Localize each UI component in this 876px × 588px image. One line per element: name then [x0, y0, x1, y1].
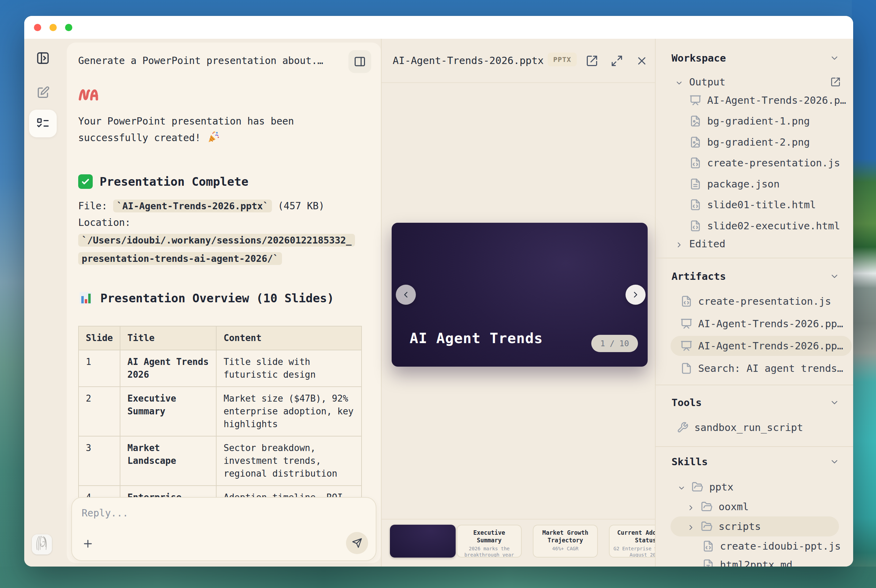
wallpaper-bottom — [0, 567, 876, 588]
output-file-item[interactable]: bg-gradient-2.png — [690, 132, 810, 152]
skill-folder-scripts-selected[interactable]: scripts — [670, 516, 839, 537]
file-name: package.json — [707, 178, 780, 190]
artifact-item-selected[interactable]: AI-Agent-Trends-2026.pp… — [670, 336, 852, 356]
open-output-folder-button[interactable] — [830, 77, 841, 87]
sidebar-toggle-button[interactable] — [29, 44, 57, 72]
skill-file-item[interactable]: html2pptx.md — [702, 555, 793, 567]
file-name: bg-gradient-2.png — [707, 136, 810, 148]
tool-name: sandbox_run_script — [694, 422, 803, 434]
edited-label: Edited — [689, 238, 726, 250]
tasks-icon — [36, 117, 50, 130]
skill-folder-ooxml[interactable]: ooxml — [687, 496, 748, 517]
output-file-item[interactable]: bg-gradient-1.png — [690, 111, 810, 131]
artifact-item[interactable]: AI-Agent-Trends-2026.pp… — [681, 314, 843, 334]
code-file-icon — [690, 220, 701, 232]
artifacts-section-header[interactable]: Artifacts — [672, 267, 839, 286]
location-label: Location: — [78, 217, 131, 228]
artifact-name: Search: AI agent trends… — [698, 363, 843, 374]
table-header-row: Slide Title Content — [78, 326, 362, 350]
chevron-down-icon — [830, 398, 839, 408]
chevron-down-icon — [677, 483, 686, 491]
output-file-item[interactable]: slide01-title.html — [690, 195, 816, 215]
table-row: 3 Market Landscape Sector breakdown, inv… — [78, 436, 362, 486]
thumbnail-subtitle: G2 Enterprise Survey – August 2025 — [612, 546, 655, 558]
chevron-down-icon — [830, 53, 839, 63]
location-path-line1: `/Users/idoubi/.workany/sessions/2026012… — [78, 234, 355, 247]
skill-folder-pptx[interactable]: pptx — [677, 477, 734, 497]
folder-icon — [701, 501, 713, 513]
skills-section-header[interactable]: Skills — [672, 452, 839, 471]
next-slide-button[interactable] — [626, 285, 646, 305]
open-external-button[interactable] — [586, 55, 599, 68]
file-code-span: `AI-Agent-Trends-2026.pptx` — [113, 200, 272, 212]
folder-icon — [692, 481, 704, 493]
tasks-button[interactable] — [29, 110, 57, 137]
zoom-window-button[interactable] — [65, 24, 72, 31]
thumbnail-title: Market Growth Trajectory — [536, 529, 594, 544]
chevron-down-icon — [830, 457, 839, 466]
output-file-item[interactable]: AI-Agent-Trends-2026.p… — [690, 90, 846, 110]
output-label: Output — [689, 76, 726, 88]
output-section-row[interactable]: Output — [675, 72, 841, 92]
reply-input[interactable]: Reply... — [71, 497, 376, 561]
compose-icon — [36, 86, 50, 100]
thumbnail-slide-3[interactable]: Market Growth Trajectory 46%+ CAGR — [533, 525, 598, 558]
thumbnail-slide-2[interactable]: Executive Summary 2026 marks the breakth… — [457, 525, 522, 558]
location-path-line2: presentation-trends-ai-agent-2026/` — [78, 252, 282, 265]
file-size: (457 KB) — [278, 200, 324, 212]
expand-icon — [610, 55, 624, 67]
workspace-title: Workspace — [672, 52, 726, 64]
thumbnail-title: Executive Summary — [460, 529, 518, 544]
attach-button[interactable] — [80, 536, 96, 551]
send-button[interactable] — [346, 532, 368, 554]
chevron-right-icon — [687, 502, 695, 511]
send-icon — [352, 538, 362, 548]
skill-file-item[interactable]: create-idoubi-ppt.js — [702, 536, 841, 556]
user-avatar[interactable] — [32, 534, 52, 555]
plus-icon — [82, 538, 94, 550]
new-chat-button[interactable] — [29, 79, 57, 106]
presentation-icon — [681, 340, 692, 352]
edited-section-row[interactable]: Edited — [675, 234, 726, 254]
close-window-button[interactable] — [34, 24, 41, 31]
split-view-button[interactable] — [348, 50, 371, 73]
file-name: create-presentation.js — [707, 157, 840, 169]
tool-item[interactable]: sandbox_run_script — [677, 417, 803, 438]
thumbnail-slide-4[interactable]: Current Adoption Status G2 Enterprise Su… — [609, 525, 655, 558]
image-file-icon — [690, 136, 701, 148]
skills-title: Skills — [672, 456, 708, 468]
code-file-icon — [690, 199, 701, 211]
thumbnail-subtitle: 2026 marks the breakthrough year fo… — [460, 546, 518, 558]
wrench-icon — [677, 422, 688, 434]
slide-counter: 1 / 10 — [591, 335, 638, 352]
artifact-item[interactable]: create-presentation.js — [681, 291, 831, 311]
code-file-icon — [681, 296, 692, 307]
thumbnail-slide-1[interactable] — [390, 525, 456, 558]
wallpaper-left — [0, 0, 24, 588]
col-header-content: Content — [216, 326, 362, 350]
assistant-message: Your PowerPoint presentation has been su… — [78, 113, 306, 149]
chevron-right-icon — [675, 240, 683, 248]
table-row: 4 Enterprise Adoption timeline, ROI — [78, 486, 362, 497]
skill-label: ooxml — [718, 501, 748, 513]
split-panel-icon — [354, 56, 366, 68]
artifact-item[interactable]: Search: AI agent trends… — [681, 358, 843, 378]
minimize-window-button[interactable] — [50, 24, 57, 31]
expand-preview-button[interactable] — [610, 55, 624, 68]
output-file-item[interactable]: slide02-executive.html — [690, 216, 840, 236]
workspace-section-header[interactable]: Workspace — [672, 48, 839, 68]
artifact-name: create-presentation.js — [698, 296, 831, 307]
filetype-badge: PPTX — [548, 52, 577, 66]
chevron-right-icon — [687, 522, 695, 531]
output-file-item[interactable]: package.json — [690, 174, 780, 194]
code-file-icon — [702, 540, 714, 552]
chat-messages: Your PowerPoint presentation has been su… — [78, 81, 369, 497]
skill-label: scripts — [718, 520, 761, 532]
chevron-left-icon — [401, 290, 411, 300]
close-preview-button[interactable] — [636, 55, 649, 68]
divider — [656, 446, 853, 447]
previous-slide-button[interactable] — [396, 285, 416, 305]
tools-section-header[interactable]: Tools — [672, 393, 839, 412]
output-file-item[interactable]: create-presentation.js — [690, 153, 840, 173]
divider — [656, 385, 853, 386]
